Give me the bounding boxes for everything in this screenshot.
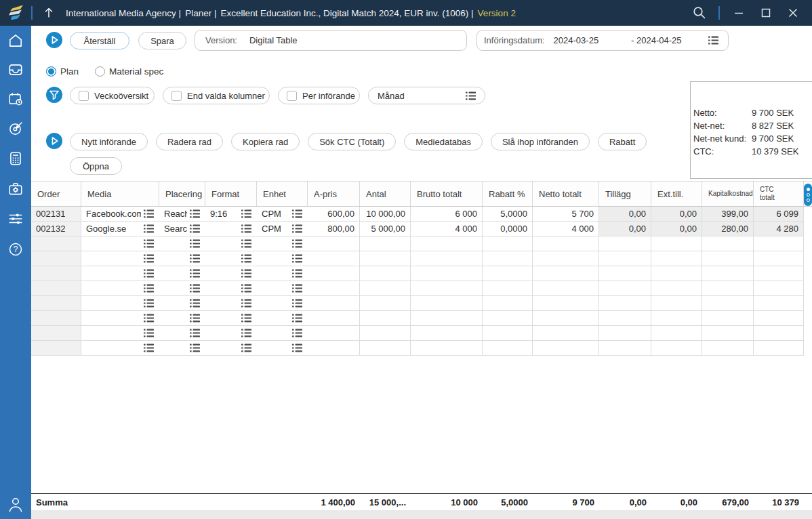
cell-antal[interactable]: 10 000,00 xyxy=(360,207,411,222)
list-icon[interactable] xyxy=(241,269,251,278)
cell-format[interactable] xyxy=(205,326,257,341)
media-database-button[interactable]: Mediedatabas xyxy=(404,133,483,150)
cell-media[interactable] xyxy=(81,266,159,281)
cell-placering[interactable] xyxy=(159,341,205,356)
list-icon[interactable] xyxy=(190,269,200,278)
grid-scroll-indicator[interactable] xyxy=(804,184,812,206)
cell-enhet[interactable] xyxy=(257,251,308,266)
cell-netto[interactable]: 4 000 xyxy=(533,222,599,236)
checkbox-control[interactable] xyxy=(287,91,297,101)
cell-rabatt[interactable] xyxy=(483,296,533,311)
cell-enhet[interactable]: CPM xyxy=(257,207,308,222)
minimize-icon[interactable] xyxy=(725,0,752,26)
cell-a_pris[interactable]: 600,00 xyxy=(308,207,360,222)
cell-rabatt[interactable] xyxy=(483,236,533,251)
cell-enhet[interactable] xyxy=(257,266,308,281)
cell-antal[interactable] xyxy=(360,281,411,296)
cell-brutto[interactable] xyxy=(411,326,483,341)
cell-format[interactable]: 9:16 xyxy=(205,207,257,222)
cell-rabatt[interactable]: 0,0000 xyxy=(483,222,533,236)
list-icon[interactable] xyxy=(144,344,154,352)
delete-row-button[interactable]: Radera rad xyxy=(156,133,223,150)
list-icon[interactable] xyxy=(144,329,154,337)
cell-format[interactable] xyxy=(205,222,257,236)
discount-button[interactable]: Rabatt xyxy=(598,133,647,150)
list-icon[interactable] xyxy=(241,314,251,323)
list-icon[interactable] xyxy=(241,254,251,263)
list-icon[interactable] xyxy=(241,209,251,218)
cell-enhet[interactable] xyxy=(257,281,308,296)
insertion-date-field[interactable]: Införingsdatum: 2024-03-25 - 2024-04-25 xyxy=(476,30,729,51)
cell-brutto[interactable]: 4 000 xyxy=(411,222,483,236)
cell-netto[interactable]: 5 700 xyxy=(533,207,599,222)
cell-placering[interactable] xyxy=(159,326,205,341)
cell-placering[interactable] xyxy=(159,311,205,326)
list-icon[interactable] xyxy=(190,314,200,323)
search-icon[interactable] xyxy=(686,0,713,26)
checkbox-control[interactable] xyxy=(171,91,182,101)
navigate-up-icon[interactable] xyxy=(43,6,54,20)
list-icon[interactable] xyxy=(190,329,200,337)
cell-antal[interactable] xyxy=(360,311,411,326)
cell-enhet[interactable] xyxy=(257,311,308,326)
version-field[interactable]: Version: Digital Table xyxy=(195,30,467,51)
cell-brutto[interactable] xyxy=(411,236,483,251)
cell-media[interactable]: Google.se xyxy=(81,222,159,236)
cell-a_pris[interactable] xyxy=(308,341,360,356)
cell-media[interactable] xyxy=(81,341,159,356)
cell-brutto[interactable] xyxy=(411,311,483,326)
period-dropdown[interactable]: Månad xyxy=(368,87,485,104)
cell-a_pris[interactable] xyxy=(308,236,360,251)
cell-format[interactable] xyxy=(205,251,257,266)
cell-format[interactable] xyxy=(205,266,257,281)
list-icon[interactable] xyxy=(292,329,302,337)
cell-rabatt[interactable] xyxy=(483,326,533,341)
list-icon[interactable] xyxy=(190,299,200,308)
list-icon[interactable] xyxy=(241,344,251,352)
cell-media[interactable] xyxy=(81,296,159,311)
cell-placering[interactable]: Search xyxy=(159,222,205,236)
cell-placering[interactable] xyxy=(159,251,205,266)
radio-material-spec[interactable]: Material spec xyxy=(95,66,163,77)
cell-a_pris[interactable] xyxy=(308,251,360,266)
calendar-icon[interactable] xyxy=(7,91,24,107)
cell-brutto[interactable]: 6 000 xyxy=(411,207,483,222)
search-ctc-button[interactable]: Sök CTC (Totalt) xyxy=(308,133,396,150)
list-icon[interactable] xyxy=(144,299,154,308)
cell-netto[interactable] xyxy=(533,326,599,341)
list-icon[interactable] xyxy=(241,224,251,233)
list-icon[interactable] xyxy=(292,269,302,278)
close-icon[interactable] xyxy=(779,0,807,26)
list-icon[interactable] xyxy=(190,284,200,293)
cell-antal[interactable] xyxy=(360,266,411,281)
cell-rabatt[interactable] xyxy=(483,311,533,326)
list-icon[interactable] xyxy=(144,284,154,293)
cell-media[interactable] xyxy=(81,326,159,341)
cell-antal[interactable] xyxy=(360,236,411,251)
run-actions-button[interactable] xyxy=(46,133,62,149)
list-icon[interactable] xyxy=(708,36,718,47)
cell-a_pris[interactable] xyxy=(308,281,360,296)
reset-button[interactable]: Återställ xyxy=(70,32,129,49)
cell-format[interactable] xyxy=(205,236,257,251)
list-icon[interactable] xyxy=(466,91,476,100)
cell-netto[interactable] xyxy=(533,266,599,281)
filter-button[interactable] xyxy=(46,87,62,103)
cell-rabatt[interactable] xyxy=(483,281,533,296)
list-icon[interactable] xyxy=(241,239,251,248)
list-icon[interactable] xyxy=(144,224,154,233)
cell-brutto[interactable] xyxy=(411,341,483,356)
checkbox-only-selected-columns[interactable]: End valda kolumner xyxy=(163,87,270,104)
checkbox-control[interactable] xyxy=(79,91,89,101)
cell-a_pris[interactable] xyxy=(308,311,360,326)
cell-enhet[interactable] xyxy=(257,341,308,356)
merge-insertions-button[interactable]: Slå ihop införanden xyxy=(491,133,590,150)
list-icon[interactable] xyxy=(190,344,200,352)
cell-netto[interactable] xyxy=(533,236,599,251)
open-button[interactable]: Öppna xyxy=(70,157,122,175)
cell-media[interactable] xyxy=(81,281,159,296)
cell-a_pris[interactable] xyxy=(308,266,360,281)
cell-antal[interactable] xyxy=(360,341,411,356)
cell-placering[interactable]: Reach xyxy=(159,207,205,222)
cell-netto[interactable] xyxy=(533,251,599,266)
